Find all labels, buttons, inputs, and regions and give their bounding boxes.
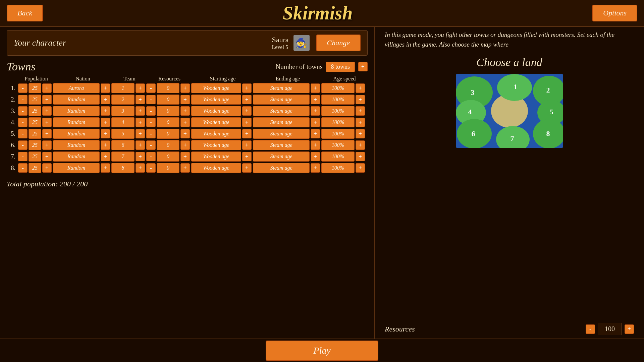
res-minus-button[interactable]: - [146,140,156,150]
res-plus-button[interactable]: + [180,95,190,104]
end-age-value: Steam age [253,83,310,93]
res-value: 0 [157,163,179,173]
team-plus-button[interactable]: + [136,95,145,104]
back-button[interactable]: Back [7,5,43,21]
res-plus-button[interactable]: + [180,152,190,161]
end-age-plus-button[interactable]: + [311,140,320,150]
age-speed-plus-button[interactable]: + [356,83,365,93]
pop-minus-button[interactable]: - [18,83,28,93]
pop-plus-button[interactable]: + [42,83,52,93]
start-age-plus-button[interactable]: + [242,118,252,127]
end-age-plus-button[interactable]: + [311,129,320,138]
res-plus-button[interactable]: + [180,163,190,173]
res-minus-button[interactable]: - [146,95,156,104]
nation-cell: Random + [53,117,110,127]
pop-plus-button[interactable]: + [42,95,52,104]
start-age-plus-button[interactable]: + [242,163,252,173]
team-plus-button[interactable]: + [136,129,145,138]
pop-minus-button[interactable]: - [18,106,28,116]
pop-plus-button[interactable]: + [42,152,52,161]
start-age-plus-button[interactable]: + [242,129,252,138]
res-plus-button[interactable]: + [180,118,190,127]
pop-minus-button[interactable]: - [18,95,28,104]
team-plus-button[interactable]: + [136,163,145,173]
nation-plus-button[interactable]: + [101,106,110,116]
nation-plus-button[interactable]: + [101,118,110,127]
nation-plus-button[interactable]: + [101,83,110,93]
team-plus-button[interactable]: + [136,83,145,93]
bottom-bar: Play [0,339,644,362]
towns-header: Towns Number of towns 8 towns + [7,60,368,73]
team-plus-button[interactable]: + [136,106,145,116]
pop-minus-button[interactable]: - [18,140,28,150]
res-minus-button[interactable]: - [146,163,156,173]
res-plus-button[interactable]: + [180,106,190,116]
pop-plus-button[interactable]: + [42,163,52,173]
pop-minus-button[interactable]: - [18,118,28,127]
age-speed-plus-button[interactable]: + [356,129,365,138]
res-minus-button[interactable]: - [146,106,156,116]
nation-cell: Random + [53,95,110,105]
table-row: 3. - 25 + Random + 3 + - 0 + [7,106,368,116]
character-info: Saura Level 5 🧙 [272,35,309,51]
start-age-plus-button[interactable]: + [242,83,252,93]
team-plus-button[interactable]: + [136,118,145,127]
options-button[interactable]: Options [592,5,637,21]
pop-value: 25 [29,163,41,173]
res-minus-button[interactable]: - [146,152,156,161]
res-plus-button[interactable]: + [180,83,190,93]
age-speed-cell: 100% + [321,83,365,93]
age-speed-plus-button[interactable]: + [356,152,365,161]
pop-minus-button[interactable]: - [18,163,28,173]
pop-minus-button[interactable]: - [18,129,28,138]
res-minus-button[interactable]: - [146,118,156,127]
age-speed-plus-button[interactable]: + [356,106,365,116]
resources-minus-button[interactable]: - [586,324,595,334]
towns-count-plus-button[interactable]: + [358,62,368,71]
res-value: 0 [157,106,179,116]
change-character-button[interactable]: Change [316,35,361,51]
res-minus-button[interactable]: - [146,129,156,138]
pop-plus-button[interactable]: + [42,140,52,150]
res-plus-button[interactable]: + [180,140,190,150]
map-container[interactable]: 3 1 2 4 5 6 7 8 [456,74,563,148]
start-age-plus-button[interactable]: + [242,95,252,104]
start-age-plus-button[interactable]: + [242,152,252,161]
age-speed-value: 100% [321,83,355,93]
play-button[interactable]: Play [266,341,378,361]
end-age-plus-button[interactable]: + [311,83,320,93]
team-plus-button[interactable]: + [136,152,145,161]
age-speed-plus-button[interactable]: + [356,163,365,173]
pop-minus-button[interactable]: - [18,152,28,161]
nation-plus-button[interactable]: + [101,152,110,161]
team-cell: 3 + [111,106,145,116]
start-age-plus-button[interactable]: + [242,140,252,150]
end-age-plus-button[interactable]: + [311,95,320,104]
avatar: 🧙 [293,35,310,51]
pop-plus-button[interactable]: + [42,129,52,138]
end-age-plus-button[interactable]: + [311,163,320,173]
res-minus-button[interactable]: - [146,83,156,93]
nation-plus-button[interactable]: + [101,140,110,150]
age-speed-cell: 100% + [321,95,365,105]
age-speed-plus-button[interactable]: + [356,95,365,104]
end-age-plus-button[interactable]: + [311,118,320,127]
row-number: 2. [7,96,17,103]
pop-plus-button[interactable]: + [42,106,52,116]
nation-plus-button[interactable]: + [101,95,110,104]
start-age-plus-button[interactable]: + [242,106,252,116]
end-age-plus-button[interactable]: + [311,106,320,116]
resources-plus-button[interactable]: + [625,324,634,334]
nation-value: Aurora [53,83,100,93]
team-plus-button[interactable]: + [136,140,145,150]
nation-plus-button[interactable]: + [101,129,110,138]
start-age-value: Wooden age [191,95,241,105]
nation-plus-button[interactable]: + [101,163,110,173]
res-plus-button[interactable]: + [180,129,190,138]
pop-plus-button[interactable]: + [42,118,52,127]
nation-cell: Aurora + [53,83,110,93]
end-age-plus-button[interactable]: + [311,152,320,161]
age-speed-plus-button[interactable]: + [356,140,365,150]
row-number: 7. [7,153,17,160]
age-speed-plus-button[interactable]: + [356,118,365,127]
